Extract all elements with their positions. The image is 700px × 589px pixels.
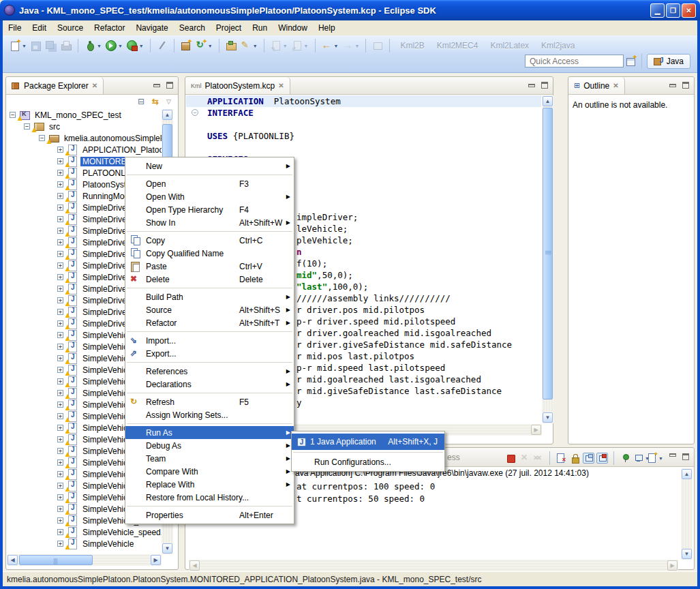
menu-project[interactable]: Project	[211, 21, 247, 35]
maximize-button[interactable]: ❐	[666, 3, 680, 18]
menu-item-references[interactable]: References▶	[125, 365, 294, 378]
editor-tab[interactable]: Kml PlatoonSystem.kcp ✕	[185, 77, 290, 94]
collapse-icon[interactable]: −	[39, 135, 45, 141]
expand-icon[interactable]: +	[57, 320, 63, 327]
tree-item[interactable]: −src	[7, 121, 162, 132]
minimize-view-button[interactable]	[528, 84, 535, 87]
menu-item-paste[interactable]: PasteCtrl+V	[125, 260, 294, 273]
menu-item-assign-working-sets[interactable]: Assign Working Sets...	[125, 408, 294, 421]
menu-item-delete[interactable]: ✖DeleteDelete	[125, 273, 294, 286]
menu-item-declarations[interactable]: Declarations▶	[125, 378, 294, 391]
tree-item[interactable]: −kmelia.autonomousSimplePla	[7, 132, 162, 144]
close-button[interactable]: ✕	[682, 3, 696, 18]
expand-icon[interactable]: +	[57, 378, 63, 384]
package-explorer-tab[interactable]: Package Explorer ✕	[6, 77, 104, 94]
tree-item[interactable]: +JSimpleVehicle	[7, 538, 162, 549]
link-with-editor-icon[interactable]: ⇆	[152, 97, 159, 106]
menu-item-open-with[interactable]: Open With▶	[125, 190, 294, 203]
tree-item[interactable]: +JAPPLICATION_PlatoonS	[7, 144, 162, 155]
expand-icon[interactable]: +	[57, 239, 63, 245]
expand-icon[interactable]: +	[57, 448, 63, 454]
menu-item-copy[interactable]: CopyCtrl+C	[125, 234, 294, 247]
expand-icon[interactable]: +	[57, 494, 63, 500]
expand-icon[interactable]: +	[57, 425, 63, 431]
open-kml-button[interactable]	[224, 37, 238, 54]
expand-icon[interactable]: +	[57, 251, 63, 257]
print-button[interactable]	[59, 37, 73, 54]
expand-icon[interactable]: +	[57, 309, 63, 315]
menu-item-export[interactable]: ⇗Export...	[125, 347, 294, 360]
minimize-view-button[interactable]	[669, 453, 676, 457]
expand-icon[interactable]: +	[57, 205, 63, 211]
collapse-icon[interactable]: −	[24, 123, 30, 130]
kml2java-button[interactable]: Kml2java	[536, 41, 580, 50]
debug-button[interactable]: ▼	[83, 37, 103, 54]
expand-icon[interactable]: +	[57, 262, 63, 269]
expand-icon[interactable]: +	[57, 170, 63, 176]
close-icon[interactable]: ✕	[92, 82, 97, 89]
menu-item-open-type-hierarchy[interactable]: Open Type HierarchyF4	[125, 203, 294, 216]
menu-help[interactable]: Help	[313, 21, 341, 35]
menu-item-show-in[interactable]: Show InAlt+Shift+W▶	[125, 216, 294, 229]
expand-icon[interactable]: +	[57, 541, 63, 547]
expand-icon[interactable]: +	[57, 459, 63, 466]
expand-icon[interactable]: +	[57, 355, 63, 361]
expand-icon[interactable]: +	[57, 517, 63, 524]
save-button[interactable]	[29, 37, 43, 54]
menu-item-run-configurations[interactable]: Run Configurations...	[292, 455, 444, 469]
forward-button[interactable]: ▼	[341, 37, 361, 54]
new-wizard-button[interactable]: ▼	[8, 37, 28, 54]
expand-icon[interactable]: +	[57, 181, 63, 187]
display-selected-console-button[interactable]: ▼	[633, 453, 645, 464]
menu-item-compare-with[interactable]: Compare With▶	[125, 465, 294, 478]
expand-icon[interactable]: +	[57, 274, 63, 280]
java-perspective-button[interactable]: Java	[647, 54, 690, 69]
show-on-stdout-button[interactable]	[583, 453, 594, 464]
maximize-view-button[interactable]	[682, 82, 689, 89]
menu-item-new[interactable]: New▶	[125, 160, 294, 172]
menu-item-replace-with[interactable]: Replace With▶	[125, 478, 294, 491]
menu-item-copy-qualified-name[interactable]: Copy Qualified Name	[125, 247, 294, 260]
tree-item[interactable]: +JSimpleVehicle_speed.jav	[7, 526, 162, 538]
expand-icon[interactable]: +	[57, 483, 63, 489]
maximize-view-button[interactable]	[166, 82, 173, 89]
mark-occurrences-button[interactable]	[155, 37, 169, 54]
menu-search[interactable]: Search	[174, 21, 211, 35]
open-console-button[interactable]: ▼	[647, 453, 658, 464]
open-perspective-icon[interactable]	[626, 56, 637, 67]
menu-item-open[interactable]: OpenF3	[125, 177, 294, 190]
menu-window[interactable]: Window	[273, 21, 313, 35]
pin-console-button[interactable]	[620, 453, 631, 464]
menu-item-restore-from-local-history[interactable]: Restore from Local History...	[125, 491, 294, 504]
new-kml-project-button[interactable]	[179, 37, 193, 54]
expand-icon[interactable]: +	[57, 402, 63, 408]
progress-tab-partial[interactable]: ess	[447, 453, 460, 462]
menu-item-1-java-application[interactable]: J1 Java ApplicationAlt+Shift+X, J	[292, 434, 444, 450]
vertical-scrollbar[interactable]: ▲ ▼	[681, 468, 693, 560]
minimize-view-button[interactable]	[669, 84, 676, 87]
expand-icon[interactable]: +	[57, 332, 63, 338]
menu-item-build-path[interactable]: Build Path▶	[125, 290, 294, 303]
tree-item[interactable]: −KKML_mono_SPEC_test	[7, 109, 162, 121]
expand-icon[interactable]: +	[57, 506, 63, 512]
clear-console-button[interactable]	[556, 453, 567, 464]
remove-all-terminated-button[interactable]	[532, 453, 544, 464]
expand-icon[interactable]: +	[57, 390, 63, 396]
minimize-button[interactable]: ▁	[650, 3, 665, 18]
vertical-scrollbar[interactable]: ▲ ▼	[542, 95, 553, 423]
kml2mec4-button[interactable]: Kml2MEC4	[431, 41, 484, 50]
expand-icon[interactable]: +	[57, 344, 63, 350]
menu-item-team[interactable]: Team▶	[125, 452, 294, 465]
close-icon[interactable]: ✕	[278, 82, 284, 89]
kml-marker-button[interactable]: ▼	[239, 37, 259, 54]
expand-icon[interactable]: +	[57, 147, 63, 153]
expand-icon[interactable]: +	[57, 413, 63, 419]
menu-refactor[interactable]: Refactor	[89, 21, 130, 35]
expand-icon[interactable]: +	[57, 436, 63, 442]
collapse-all-icon[interactable]: ⊟	[138, 97, 144, 106]
menu-file[interactable]: File	[3, 21, 27, 35]
maximize-view-button[interactable]	[541, 82, 548, 89]
expand-icon[interactable]: +	[57, 297, 63, 303]
expand-icon[interactable]: +	[57, 471, 63, 477]
back-button[interactable]: ▼	[320, 37, 340, 54]
